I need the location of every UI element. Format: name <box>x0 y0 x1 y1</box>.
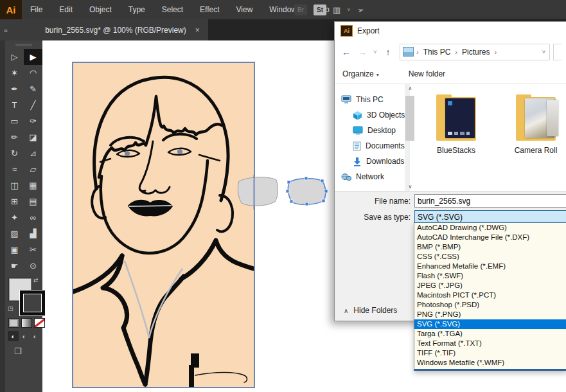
recent-locations-chevron[interactable]: ˅ <box>372 49 378 55</box>
stock-icon[interactable]: St <box>314 4 326 15</box>
menu-view[interactable]: View <box>228 0 261 19</box>
hide-folders-button[interactable]: ∧ Hide Folders <box>344 306 397 315</box>
breadcrumb-this-pc[interactable]: This PC <box>421 48 453 57</box>
eyedropper-tool[interactable]: ✦ <box>5 209 24 226</box>
document-tab[interactable]: burin_2565.svg* @ 100% (RGB/Preview) × <box>45 26 200 35</box>
option-tga[interactable]: Targa (*.TGA) <box>414 329 566 339</box>
blend-tool[interactable]: ∞ <box>24 209 42 226</box>
scroll-down-icon[interactable]: ∨ <box>405 183 415 192</box>
gradient-mode-button[interactable] <box>21 318 32 328</box>
sidebar-item-this-pc[interactable]: This PC <box>335 92 405 107</box>
scrollbar-thumb[interactable] <box>405 96 414 141</box>
menu-select[interactable]: Select <box>154 0 191 19</box>
option-swf[interactable]: Flash (*.SWF) <box>414 271 566 281</box>
eraser-tool[interactable]: ◪ <box>24 129 42 145</box>
sidebar-item-documents[interactable]: Documents <box>335 138 405 154</box>
address-bar[interactable]: › This PC › Pictures › ˅ <box>400 44 550 60</box>
column-graph-tool[interactable]: ▟ <box>24 226 42 242</box>
folder-item-bluestacks[interactable]: BlueStacks <box>425 94 487 192</box>
option-psd[interactable]: Photoshop (*.PSD) <box>414 300 566 310</box>
zoom-tool[interactable]: ⊙ <box>24 258 42 274</box>
workspace-chevron-icon[interactable]: ˅ <box>347 6 350 13</box>
option-css[interactable]: CSS (*.CSS) <box>414 252 566 262</box>
forward-button[interactable]: → <box>356 47 369 57</box>
swap-fill-stroke-icon[interactable]: ⇄ <box>33 277 39 283</box>
save-as-type-combobox[interactable]: SVG (*.SVG) <box>414 210 566 224</box>
mesh-tool[interactable]: ⊞ <box>5 193 24 209</box>
sidebar-item-network[interactable]: Network <box>335 169 405 184</box>
paintbrush-tool[interactable]: ✑ <box>24 113 42 129</box>
organize-button[interactable]: Organize▾ <box>342 69 379 78</box>
type-tool[interactable]: T <box>5 97 24 113</box>
none-mode-button[interactable] <box>34 318 45 328</box>
line-segment-tool[interactable]: ╱ <box>24 97 42 113</box>
option-autocad-dxf[interactable]: AutoCAD Interchange File (*.DXF) <box>414 233 566 242</box>
lens-shape[interactable] <box>238 177 278 206</box>
address-dropdown-chevron[interactable]: ˅ <box>542 49 547 55</box>
search-box-partial[interactable] <box>553 44 562 60</box>
option-emf[interactable]: Enhanced Metafile (*.EMF) <box>414 262 566 271</box>
color-mode-button[interactable] <box>8 318 19 328</box>
option-pct[interactable]: Macintosh PICT (*.PCT) <box>414 290 566 300</box>
shaper-tool[interactable]: ✏ <box>5 129 24 145</box>
width-tool[interactable]: ≈ <box>5 161 24 177</box>
collapse-panel-icon[interactable]: « <box>0 26 12 34</box>
symbol-sprayer-tool[interactable]: ▨ <box>5 226 24 242</box>
sidebar-item-3d-objects[interactable]: 3D Objects <box>335 107 405 123</box>
tree-scrollbar[interactable]: ∧ ∨ <box>405 84 410 192</box>
scale-tool[interactable]: ⊿ <box>24 145 42 161</box>
curvature-tool[interactable]: ✎ <box>24 81 42 97</box>
new-folder-button[interactable]: New folder <box>409 69 445 78</box>
option-bmp[interactable]: BMP (*.BMP) <box>414 242 566 252</box>
draw-inside-mode-button[interactable]: ◐ <box>30 331 40 341</box>
close-tab-icon[interactable]: × <box>195 26 200 35</box>
sidebar-item-downloads[interactable]: Downloads <box>335 154 405 169</box>
share-icon[interactable]: ➢ <box>356 4 365 15</box>
perspective-grid-tool[interactable]: ▦ <box>24 177 42 193</box>
option-txt[interactable]: Text Format (*.TXT) <box>414 339 566 348</box>
option-autocad-dwg[interactable]: AutoCAD Drawing (*.DWG) <box>414 223 566 233</box>
selection-tool[interactable]: ▶ <box>24 49 42 65</box>
selected-lens-shape[interactable] <box>288 179 325 205</box>
option-svg-selected[interactable]: SVG (*.SVG) <box>414 319 566 329</box>
menu-edit[interactable]: Edit <box>51 0 81 19</box>
option-wmf[interactable]: Windows Metafile (*.WMF) <box>414 358 566 368</box>
folder-icon <box>435 94 477 142</box>
file-name-label: File name: <box>335 197 414 206</box>
menu-type[interactable]: Type <box>120 0 154 19</box>
rotate-tool[interactable]: ↻ <box>5 145 24 161</box>
stroke-color-swatch[interactable] <box>20 290 45 316</box>
panel-grip[interactable] <box>5 40 42 49</box>
slice-tool[interactable]: ✂ <box>24 242 42 258</box>
magic-wand-tool[interactable]: ✶ <box>5 65 24 81</box>
sidebar-item-desktop[interactable]: Desktop <box>335 123 405 138</box>
option-tif[interactable]: TIFF (*.TIF) <box>414 348 566 358</box>
shape-builder-tool[interactable]: ◫ <box>5 177 24 193</box>
up-button[interactable]: ↑ <box>382 47 394 57</box>
pen-tool[interactable]: ✒ <box>5 81 24 97</box>
scroll-up-icon[interactable]: ∧ <box>405 84 415 93</box>
free-transform-tool[interactable]: ▱ <box>24 161 42 177</box>
draw-behind-mode-button[interactable]: ◐ <box>19 331 30 341</box>
menu-object[interactable]: Object <box>81 0 120 19</box>
rectangle-tool[interactable]: ▭ <box>5 113 24 129</box>
default-fill-stroke-icon[interactable]: ◳ <box>8 305 13 312</box>
gradient-tool[interactable]: ▤ <box>24 193 42 209</box>
artboard-tool[interactable]: ▣ <box>5 242 24 258</box>
screen-mode-button[interactable]: ❒ <box>14 346 22 356</box>
breadcrumb-pictures[interactable]: Pictures <box>460 48 491 57</box>
panel-dock-strip <box>0 40 5 392</box>
menu-effect[interactable]: Effect <box>191 0 227 19</box>
file-name-input[interactable] <box>414 194 566 208</box>
back-button[interactable]: ← <box>340 47 353 57</box>
option-png[interactable]: PNG (*.PNG) <box>414 310 566 319</box>
lasso-tool[interactable]: ◠ <box>24 65 42 81</box>
workspace-switcher-icon[interactable]: ▥ <box>333 5 340 15</box>
direct-selection-tool[interactable]: ▷ <box>5 49 24 65</box>
folder-item-camera-roll[interactable]: Camera Roll <box>505 94 566 192</box>
menu-file[interactable]: File <box>22 0 51 19</box>
draw-normal-mode-button[interactable]: ◐ <box>8 331 19 341</box>
bridge-icon[interactable]: Br <box>294 4 307 15</box>
hand-tool[interactable]: ☛ <box>5 258 24 274</box>
option-jpg[interactable]: JPEG (*.JPG) <box>414 281 566 290</box>
